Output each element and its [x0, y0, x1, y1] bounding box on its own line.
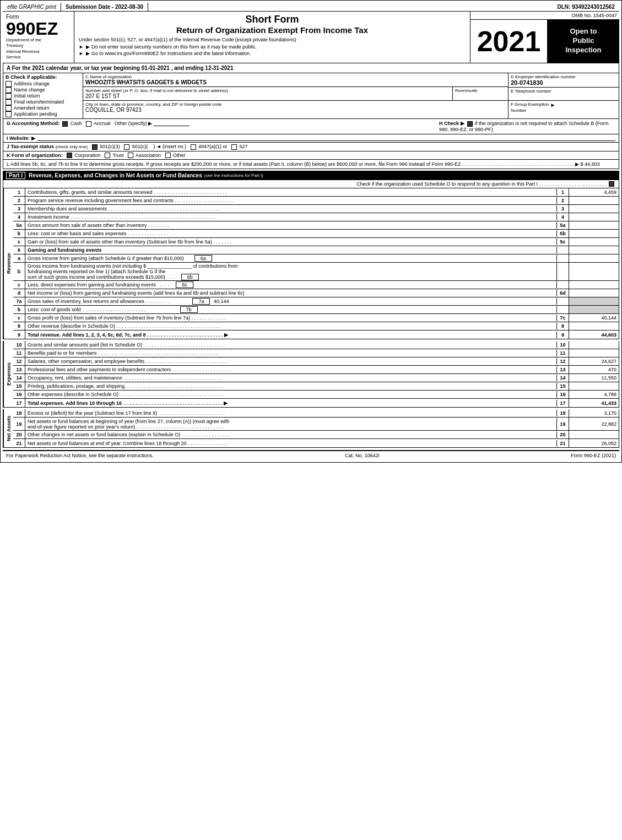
instruction2: ► ▶ Do not enter social security numbers… — [79, 44, 466, 50]
assoc-checkbox[interactable] — [128, 153, 133, 158]
cash-checkbox[interactable] — [62, 121, 68, 127]
line-row-20: 20 Other changes in net assets or fund b… — [13, 431, 619, 439]
open-to-public: Open to Public Inspection — [565, 27, 601, 55]
checkbox-application[interactable] — [6, 111, 12, 117]
check-final-return: Final return/terminated — [6, 99, 80, 105]
part1-header: Part I Revenue, Expenses, and Changes in… — [3, 171, 619, 180]
form-title2: Return of Organization Exempt From Incom… — [79, 25, 466, 35]
accrual-checkbox[interactable] — [86, 121, 91, 127]
section-a: A For the 2021 calendar year, or tax yea… — [3, 63, 619, 73]
c-label: C Name of organization — [85, 74, 506, 79]
dln: DLN: 93492243012562 — [553, 3, 619, 11]
tax-status-section: J Tax-exempt status (check only one) 501… — [3, 143, 619, 151]
page: efile GRAPHIC print Submission Date - 20… — [0, 0, 622, 463]
4947a-checkbox[interactable] — [191, 144, 196, 150]
form-title1: Short Form — [79, 14, 466, 25]
org-name: WHOOZITS WHATSITS GADGETS & WIDGETS — [85, 79, 506, 85]
line-row-6a: a Gross income from gaming (attach Sched… — [13, 254, 619, 263]
line-row-13: 13 Professional fees and other payments … — [13, 366, 619, 374]
527-checkbox[interactable] — [231, 144, 237, 150]
line-row-10: 10 Grants and similar amounts paid (list… — [13, 341, 619, 349]
line-row-6c: c Less: direct expenses from gaming and … — [13, 281, 619, 289]
f-label: F Group Exemption ► — [511, 102, 616, 108]
line-row-21: 21 Net assets or fund balances at end of… — [13, 439, 619, 447]
line-row-19: 19 Net assets or fund balances at beginn… — [13, 418, 619, 431]
submission-date: Submission Date - 2022-08-30 — [61, 3, 148, 11]
footer: For Paperwork Reduction Act Notice, see … — [3, 450, 619, 460]
part1-schedule-o-checkbox[interactable] — [609, 181, 614, 187]
net-assets-section: Net Assets 18 Excess or (deficit) for th… — [3, 409, 619, 448]
section-b-label: B Check if applicable: — [6, 74, 80, 80]
check-application: Application pending — [6, 111, 80, 117]
line-row-9: 9 Total revenue. Add lines 1, 2, 3, 4, 5… — [13, 330, 619, 339]
expenses-label: Expenses — [3, 341, 13, 407]
form-number: 990EZ — [6, 20, 71, 37]
line-row-18: 18 Excess or (deficit) for the year (Sub… — [13, 409, 619, 418]
website-section: I Website: ▶ — [3, 134, 619, 143]
check-initial-return: Initial return — [6, 93, 80, 99]
check-address-change: Address change — [6, 81, 80, 87]
instruction3: ► ▶ Go to www.irs.gov/Form990EZ for inst… — [79, 51, 466, 56]
line-row-14: 14 Occupancy, rent, utilities, and maint… — [13, 374, 619, 382]
other-checkbox[interactable] — [165, 153, 171, 158]
d-label: D Employer identification number — [511, 74, 616, 79]
checkbox-name[interactable] — [6, 87, 12, 93]
line-row-2: 2 Program service revenue including gove… — [13, 197, 619, 205]
room-label: Room/suite — [455, 88, 506, 93]
city-value: COQUILLE, OR 97423 — [85, 107, 506, 113]
line-row-12: 12 Salaries, other compensation, and emp… — [13, 357, 619, 366]
year: 2021 — [477, 27, 541, 56]
net-assets-label: Net Assets — [3, 409, 13, 447]
line-row-6d: d Net income or (loss) from gaming and f… — [13, 289, 619, 297]
city-label: City or town, state or province, country… — [85, 102, 506, 107]
efile-label: efile GRAPHIC print — [3, 3, 61, 11]
checkbox-amended[interactable] — [6, 105, 12, 111]
part1-check-row: Check if the organization used Schedule … — [3, 180, 619, 188]
line-row-7a: 7a Gross sales of inventory, less return… — [13, 297, 619, 306]
instruction1: Under section 501(c), 527, or 4947(a)(1)… — [79, 37, 466, 42]
checkbox-initial[interactable] — [6, 93, 12, 99]
check-name-change: Name change — [6, 87, 80, 93]
checkbox-address[interactable] — [6, 81, 12, 87]
f-label2: Number — [511, 108, 616, 113]
501c3-checkbox[interactable] — [92, 144, 98, 150]
accounting-method: G Accounting Method: Cash Accrual Other … — [7, 121, 190, 127]
omb: OMB No. 1545-0047 — [470, 12, 619, 20]
ein: 20-0741830 — [511, 79, 616, 86]
revenue-lines: 1 Contributions, gifts, grants, and simi… — [13, 188, 619, 339]
h-section: H Check ▶ if the organization is not req… — [439, 121, 615, 132]
dept-lines: Department of the Treasury Internal Reve… — [6, 37, 71, 61]
h-checkbox[interactable] — [467, 121, 473, 127]
line-row-5a: 5a Gross amount from sale of assets othe… — [13, 221, 619, 230]
corp-checkbox[interactable] — [67, 153, 72, 158]
part1-label: Part I — [6, 172, 25, 179]
e-label: E Telephone number — [511, 89, 616, 94]
expenses-lines: 10 Grants and similar amounts paid (list… — [13, 341, 619, 407]
line-row-7c: c Gross profit or (loss) from sales of i… — [13, 314, 619, 322]
footer-left: For Paperwork Reduction Act Notice, see … — [6, 453, 154, 458]
line-row-15: 15 Printing, publications, postage, and … — [13, 382, 619, 391]
line-row-3: 3 Membership dues and assessments . . . … — [13, 205, 619, 213]
trust-checkbox[interactable] — [105, 153, 110, 158]
line-row-17: 17 Total expenses. Add lines 10 through … — [13, 399, 619, 407]
revenue-label: Revenue — [3, 188, 13, 339]
address-value: 207 E 1ST ST — [85, 93, 450, 99]
checkbox-final[interactable] — [6, 99, 12, 105]
line-row-1: 1 Contributions, gifts, grants, and simi… — [13, 188, 619, 197]
line-row-4: 4 Investment income . . . . . . . . . . … — [13, 213, 619, 221]
line-row-8: 8 Other revenue (describe in Schedule O)… — [13, 322, 619, 330]
address-label: Number and street (or P. O. box, if mail… — [85, 88, 450, 93]
net-assets-lines: 18 Excess or (deficit) for the year (Sub… — [13, 409, 619, 447]
line-row-16: 16 Other expenses (describe in Schedule … — [13, 391, 619, 399]
footer-cat: Cat. No. 10642I — [345, 453, 380, 458]
line-row-7b: b Less: cost of goods sold . . . . . . .… — [13, 306, 619, 314]
501c-checkbox[interactable] — [124, 144, 129, 150]
line-row-11: 11 Benefits paid to or for members . . .… — [13, 349, 619, 357]
check-amended: Amended return — [6, 105, 80, 111]
footer-right: Form 990-EZ (2021) — [571, 453, 616, 458]
line-l: L Add lines 5b, 6c, and 7b to line 9 to … — [3, 160, 619, 169]
line-row-6: 6 Gaming and fundraising events — [13, 246, 619, 254]
form-org-section: K Form of organization: Corporation Trus… — [3, 151, 619, 160]
line-row-5b: b Less: cost or other basis and sales ex… — [13, 230, 619, 238]
line-row-5c: c Gain or (loss) from sale of assets oth… — [13, 238, 619, 246]
